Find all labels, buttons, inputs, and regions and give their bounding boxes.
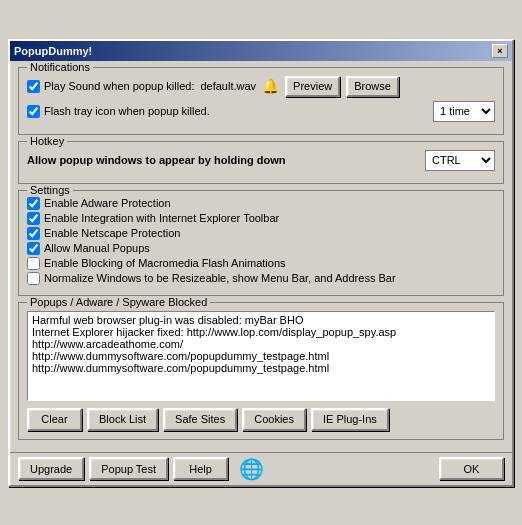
settings-content: Enable Adware Protection Enable Integrat… (27, 195, 495, 285)
window-body: Notifications Play Sound when popup kill… (10, 61, 512, 452)
clear-button[interactable]: Clear (27, 408, 82, 431)
window-title: PopupDummy! (14, 45, 92, 57)
cookies-button[interactable]: Cookies (242, 408, 306, 431)
settings-checkbox-2[interactable] (27, 227, 40, 240)
log-content: Clear Block List Safe Sites Cookies IE P… (27, 307, 495, 431)
hotkey-group: Hotkey Allow popup windows to appear by … (18, 141, 504, 184)
browse-button[interactable]: Browse (346, 76, 399, 97)
hotkey-content: Allow popup windows to appear by holding… (27, 146, 495, 171)
globe-icon: 🌐 (239, 457, 264, 481)
times-select[interactable]: 1 time 2 times 3 times (433, 101, 495, 122)
play-sound-row: Play Sound when popup killed: default.wa… (27, 76, 495, 97)
bottom-bar: Upgrade Popup Test Help 🌐 OK (10, 452, 512, 485)
safe-sites-button[interactable]: Safe Sites (163, 408, 237, 431)
notifications-content: Play Sound when popup killed: default.wa… (27, 72, 495, 122)
log-button-row: Clear Block List Safe Sites Cookies IE P… (27, 408, 495, 431)
settings-item-3[interactable]: Allow Manual Popups (27, 242, 495, 255)
notifications-group: Notifications Play Sound when popup kill… (18, 67, 504, 135)
settings-checkbox-0[interactable] (27, 197, 40, 210)
settings-checkbox-1[interactable] (27, 212, 40, 225)
settings-item-1[interactable]: Enable Integration with Internet Explore… (27, 212, 495, 225)
ok-button[interactable]: OK (439, 457, 504, 480)
flash-tray-row: Flash tray icon when popup killed. 1 tim… (27, 101, 495, 122)
settings-text-5: Normalize Windows to be Resizeable, show… (44, 272, 396, 284)
settings-checkbox-4[interactable] (27, 257, 40, 270)
title-bar: PopupDummy! × (10, 41, 512, 61)
play-sound-checkbox-label[interactable]: Play Sound when popup killed: (27, 80, 194, 93)
settings-label: Settings (27, 184, 73, 196)
help-button[interactable]: Help (173, 457, 228, 480)
hotkey-select[interactable]: CTRL ALT SHIFT (425, 150, 495, 171)
flash-tray-checkbox-label[interactable]: Flash tray icon when popup killed. (27, 105, 210, 118)
notifications-label: Notifications (27, 61, 93, 73)
settings-checkbox-3[interactable] (27, 242, 40, 255)
upgrade-button[interactable]: Upgrade (18, 457, 84, 480)
log-textarea[interactable] (27, 311, 495, 401)
play-sound-checkbox[interactable] (27, 80, 40, 93)
hotkey-description: Allow popup windows to appear by holding… (27, 154, 419, 166)
block-list-button[interactable]: Block List (87, 408, 158, 431)
close-button[interactable]: × (492, 44, 508, 58)
main-window: PopupDummy! × Notifications Play Sound w… (8, 39, 514, 487)
play-sound-text: Play Sound when popup killed: (44, 80, 194, 92)
settings-item-2[interactable]: Enable Netscape Protection (27, 227, 495, 240)
settings-group: Settings Enable Adware Protection Enable… (18, 190, 504, 296)
settings-checkbox-5[interactable] (27, 272, 40, 285)
flash-tray-checkbox[interactable] (27, 105, 40, 118)
settings-item-5[interactable]: Normalize Windows to be Resizeable, show… (27, 272, 495, 285)
settings-item-0[interactable]: Enable Adware Protection (27, 197, 495, 210)
settings-text-3: Allow Manual Popups (44, 242, 150, 254)
log-group: Popups / Adware / Spyware Blocked Clear … (18, 302, 504, 440)
hotkey-row: Allow popup windows to appear by holding… (27, 150, 495, 171)
ie-plugins-button[interactable]: IE Plug-Ins (311, 408, 389, 431)
sound-file-value: default.wav (200, 80, 256, 92)
hotkey-label: Hotkey (27, 135, 67, 147)
settings-text-2: Enable Netscape Protection (44, 227, 180, 239)
sound-icon: 🔔 (262, 78, 279, 94)
settings-text-1: Enable Integration with Internet Explore… (44, 212, 279, 224)
popup-test-button[interactable]: Popup Test (89, 457, 168, 480)
preview-button[interactable]: Preview (285, 76, 340, 97)
flash-tray-text: Flash tray icon when popup killed. (44, 105, 210, 117)
settings-text-0: Enable Adware Protection (44, 197, 171, 209)
settings-item-4[interactable]: Enable Blocking of Macromedia Flash Anim… (27, 257, 495, 270)
log-group-label: Popups / Adware / Spyware Blocked (27, 296, 210, 308)
settings-text-4: Enable Blocking of Macromedia Flash Anim… (44, 257, 286, 269)
title-bar-buttons: × (492, 44, 508, 58)
